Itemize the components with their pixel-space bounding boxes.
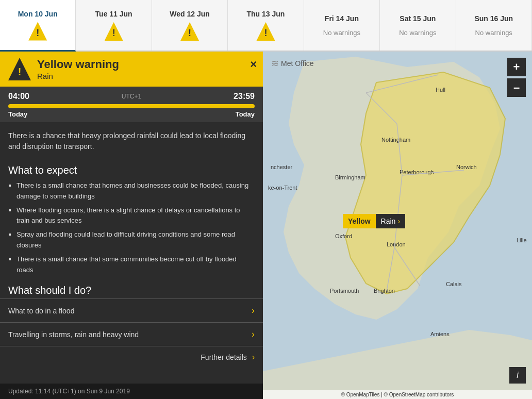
- svg-text:Calais: Calais: [446, 281, 462, 287]
- tab-sun16-date: Sun 16 Jun: [474, 14, 513, 23]
- tab-wed12[interactable]: Wed 12 Jun: [152, 0, 228, 51]
- tab-thu13[interactable]: Thu 13 Jun: [228, 0, 304, 51]
- tab-tue11[interactable]: Tue 11 Jun: [76, 0, 152, 51]
- svg-text:Portsmouth: Portsmouth: [330, 288, 359, 294]
- warning-header: Yellow warning Rain ×: [0, 52, 263, 87]
- updated-bar: Updated: 11:14 (UTC+1) on Sun 9 Jun 2019: [0, 384, 263, 399]
- tab-bar: Mon 10 JunTue 11 JunWed 12 JunThu 13 Jun…: [0, 0, 532, 52]
- close-button[interactable]: ×: [250, 58, 257, 71]
- accordion-list: What to do in a flood›Travelling in stor…: [0, 298, 263, 346]
- tab-mon10[interactable]: Mon 10 Jun: [0, 0, 76, 52]
- tab-thu13-date: Thu 13 Jun: [247, 10, 285, 18]
- svg-text:Nottingham: Nottingham: [381, 137, 410, 143]
- svg-text:Amiens: Amiens: [430, 331, 450, 337]
- accordion-label-0: What to do in a flood: [8, 307, 74, 315]
- rain-badge-text: Rain: [381, 217, 396, 225]
- met-office-text: Met Office: [281, 59, 314, 68]
- map-panel: Hull Nottingham Peterborough Norwich Bir…: [263, 52, 532, 399]
- timezone: UTC+1: [122, 93, 141, 100]
- time-start: 04:00: [8, 92, 29, 101]
- tab-wed12-date: Wed 12 Jun: [170, 10, 210, 18]
- updated-text: Updated: 11:14 (UTC+1) on Sun 9 Jun 2019: [8, 388, 130, 395]
- svg-text:nchester: nchester: [271, 164, 293, 170]
- further-details-label: Further details: [201, 353, 246, 361]
- info-button[interactable]: i: [509, 367, 526, 384]
- further-details-link[interactable]: Further details ›: [201, 353, 255, 361]
- svg-text:Birmingham: Birmingham: [335, 174, 365, 180]
- left-panel: Yellow warning Rain × 04:00 UTC+1 23:59 …: [0, 52, 263, 399]
- accordion-arrow-1-icon: ›: [252, 329, 255, 340]
- warning-title-block: Yellow warning Rain: [37, 58, 119, 80]
- svg-text:Norwich: Norwich: [456, 164, 477, 170]
- time-bar: 04:00 UTC+1 23:59 Today Today: [0, 87, 263, 122]
- tab-wed12-warning-icon: [180, 22, 199, 41]
- accordion-arrow-0-icon: ›: [252, 305, 255, 316]
- time-end: 23:59: [234, 92, 255, 101]
- yellow-rain-badge[interactable]: Yellow Rain ›: [343, 214, 405, 228]
- accordion-label-1: Travelling in storms, rain and heavy win…: [8, 330, 139, 339]
- time-progress-bar: [8, 104, 255, 108]
- accordion-item-1[interactable]: Travelling in storms, rain and heavy win…: [0, 322, 263, 346]
- rain-badge-label: Rain ›: [376, 214, 405, 228]
- tab-mon10-warning-icon: [28, 22, 47, 41]
- bullet-item-1: Where flooding occurs, there is a slight…: [16, 205, 255, 227]
- zoom-in-button[interactable]: +: [507, 58, 526, 76]
- further-details-arrow-icon: ›: [252, 353, 255, 361]
- map-attribution: © OpenMapTiles | © OpenStreetMap contrib…: [263, 390, 532, 399]
- further-details: Further details ›: [0, 346, 263, 368]
- bullet-item-2: Spray and flooding could lead to difficu…: [16, 229, 255, 251]
- accordion-item-0[interactable]: What to do in a flood›: [0, 298, 263, 322]
- what-to-expect-title: What to expect: [0, 160, 263, 178]
- tab-sun16[interactable]: Sun 16 JunNo warnings: [456, 0, 532, 51]
- tab-tue11-date: Tue 11 Jun: [95, 10, 132, 18]
- tab-mon10-date: Mon 10 Jun: [18, 10, 58, 18]
- tab-sat15-no-warnings: No warnings: [399, 29, 436, 37]
- tab-fri14[interactable]: Fri 14 JunNo warnings: [304, 0, 380, 51]
- bullet-item-3: There is a small chance that some commun…: [16, 254, 255, 276]
- tab-sun16-no-warnings: No warnings: [475, 29, 512, 37]
- rain-badge-arrow-icon: ›: [397, 217, 400, 225]
- tab-sat15[interactable]: Sat 15 JunNo warnings: [380, 0, 456, 51]
- svg-text:Hull: Hull: [436, 87, 445, 93]
- warning-description: There is a chance that heavy prolonged r…: [0, 122, 263, 160]
- warning-level: Yellow warning: [37, 58, 119, 71]
- tab-tue11-warning-icon: [105, 22, 123, 41]
- what-to-do-title: What should I do?: [0, 280, 263, 298]
- svg-text:Lille: Lille: [517, 237, 527, 243]
- tab-fri14-date: Fri 14 Jun: [325, 14, 359, 23]
- map-controls: + –: [507, 58, 526, 97]
- tab-sat15-date: Sat 15 Jun: [400, 14, 436, 23]
- warning-type: Rain: [37, 72, 119, 80]
- tab-thu13-warning-icon: [256, 22, 275, 41]
- bullet-list: There is a small chance that homes and b…: [0, 178, 263, 280]
- zoom-out-button[interactable]: –: [507, 78, 526, 97]
- svg-text:ke-on-Trent: ke-on-Trent: [268, 185, 297, 191]
- svg-text:Oxford: Oxford: [335, 233, 352, 239]
- svg-text:London: London: [387, 241, 406, 247]
- main-content: Yellow warning Rain × 04:00 UTC+1 23:59 …: [0, 52, 532, 399]
- svg-text:Brighton: Brighton: [374, 288, 395, 294]
- bullet-item-0: There is a small chance that homes and b…: [16, 180, 255, 202]
- warning-triangle-icon: [8, 58, 31, 80]
- met-office-waves-icon: ≋: [271, 58, 279, 69]
- tab-fri14-no-warnings: No warnings: [323, 29, 360, 37]
- day-end: Today: [236, 110, 255, 118]
- day-start: Today: [8, 110, 27, 118]
- met-office-logo: ≋ Met Office: [271, 58, 314, 69]
- yellow-badge-label: Yellow: [343, 214, 376, 228]
